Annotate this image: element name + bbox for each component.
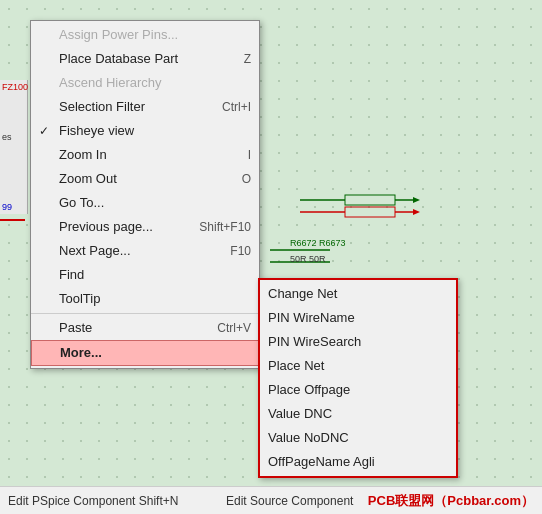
- sub-menu-item-label: PIN WireSearch: [268, 332, 361, 352]
- bottom-bar-red-text: Edit Source Component PCB联盟网（Pcbbar.com）: [226, 492, 534, 510]
- menu-item-goto[interactable]: Go To...: [31, 191, 259, 215]
- menu-item-label: Ascend Hierarchy: [59, 73, 162, 93]
- sub-menu-item-label: PIN WireName: [268, 308, 355, 328]
- menu-item-shortcut: F10: [210, 241, 251, 261]
- check-icon: ✓: [39, 121, 49, 141]
- menu-item-paste[interactable]: Paste Ctrl+V: [31, 316, 259, 340]
- svg-rect-5: [345, 207, 395, 217]
- sub-menu-item-label: Value DNC: [268, 404, 332, 424]
- bottom-bar: Edit PSpice Component Shift+N Edit Sourc…: [0, 486, 542, 514]
- menu-item-shortcut: Shift+F10: [179, 217, 251, 237]
- menu-item-label: Assign Power Pins...: [59, 25, 178, 45]
- menu-item-shortcut: Z: [224, 49, 251, 69]
- menu-separator: [31, 313, 259, 314]
- svg-text:R6672 R6673: R6672 R6673: [290, 238, 346, 248]
- sub-menu-item-label: OffPageName Agli: [268, 452, 375, 472]
- menu-item-label: Zoom In: [59, 145, 107, 165]
- menu-item-shortcut: I: [228, 145, 251, 165]
- sub-menu-item-label: Value NoDNC: [268, 428, 349, 448]
- sub-menu-item-place-offpage[interactable]: Place Offpage: [260, 378, 456, 402]
- bottom-bar-edit-source: Edit Source Component: [226, 494, 353, 508]
- menu-item-zoom-out[interactable]: Zoom Out O: [31, 167, 259, 191]
- svg-marker-6: [413, 197, 420, 203]
- sub-menu-item-pin-wirename[interactable]: PIN WireName: [260, 306, 456, 330]
- menu-item-label: More...: [60, 343, 102, 363]
- menu-item-label: ToolTip: [59, 289, 100, 309]
- menu-item-ascend-hierarchy[interactable]: Ascend Hierarchy: [31, 71, 259, 95]
- menu-item-shortcut: Ctrl+V: [197, 318, 251, 338]
- menu-item-assign-power-pins[interactable]: Assign Power Pins...: [31, 23, 259, 47]
- menu-item-label: Go To...: [59, 193, 104, 213]
- sub-menu-item-change-net[interactable]: Change Net: [260, 282, 456, 306]
- svg-text:50R  50R: 50R 50R: [290, 254, 326, 264]
- menu-item-label: Zoom Out: [59, 169, 117, 189]
- menu-item-label: Find: [59, 265, 84, 285]
- sub-menu-item-place-net[interactable]: Place Net: [260, 354, 456, 378]
- menu-item-place-database-part[interactable]: Place Database Part Z: [31, 47, 259, 71]
- sub-menu-item-value-dnc[interactable]: Value DNC: [260, 402, 456, 426]
- pcb-union-text: PCB联盟网（Pcbbar.com）: [368, 493, 534, 508]
- sub-menu-item-label: Place Net: [268, 356, 324, 376]
- sub-menu-item-label: Place Offpage: [268, 380, 350, 400]
- menu-item-label: Place Database Part: [59, 49, 178, 69]
- menu-item-label: Previous page...: [59, 217, 153, 237]
- sub-menu-item-label: Change Net: [268, 284, 337, 304]
- menu-item-find[interactable]: Find: [31, 263, 259, 287]
- sub-menu-item-pin-wiresearch[interactable]: PIN WireSearch: [260, 330, 456, 354]
- menu-item-fisheye-view[interactable]: ✓ Fisheye view: [31, 119, 259, 143]
- menu-item-zoom-in[interactable]: Zoom In I: [31, 143, 259, 167]
- menu-item-next-page[interactable]: Next Page... F10: [31, 239, 259, 263]
- menu-item-previous-page[interactable]: Previous page... Shift+F10: [31, 215, 259, 239]
- menu-item-label: Selection Filter: [59, 97, 145, 117]
- menu-item-selection-filter[interactable]: Selection Filter Ctrl+I: [31, 95, 259, 119]
- menu-item-more[interactable]: More...: [31, 340, 259, 366]
- menu-item-label: Next Page...: [59, 241, 131, 261]
- menu-item-label: Fisheye view: [59, 121, 134, 141]
- svg-marker-7: [413, 209, 420, 215]
- left-panel: FZ100 es 99: [0, 80, 28, 214]
- bottom-bar-left-text: Edit PSpice Component Shift+N: [8, 494, 178, 508]
- sub-context-menu: Change Net PIN WireName PIN WireSearch P…: [258, 278, 458, 478]
- menu-item-shortcut: Ctrl+I: [202, 97, 251, 117]
- menu-item-tooltip[interactable]: ToolTip: [31, 287, 259, 311]
- svg-rect-4: [345, 195, 395, 205]
- menu-item-shortcut: O: [222, 169, 251, 189]
- main-context-menu: Assign Power Pins... Place Database Part…: [30, 20, 260, 369]
- sub-menu-item-value-nodnc[interactable]: Value NoDNC: [260, 426, 456, 450]
- menu-item-label: Paste: [59, 318, 92, 338]
- sub-menu-item-offpagename-agli[interactable]: OffPageName Agli: [260, 450, 456, 474]
